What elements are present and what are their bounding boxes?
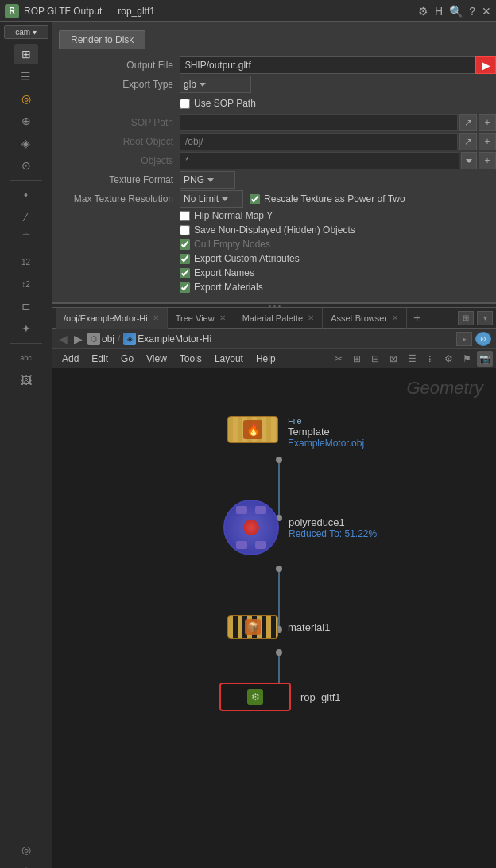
export-names-checkbox[interactable]: [180, 268, 190, 278]
sidebar-icon-info[interactable]: ⓘ: [14, 862, 38, 868]
export-custom-label[interactable]: Export Custom Attributes: [180, 253, 300, 264]
objects-extra-btn[interactable]: +: [479, 152, 496, 169]
menu-icon-camera[interactable]: 📷: [477, 351, 493, 367]
tab-asset-browser[interactable]: Asset Browser ✕: [323, 308, 407, 329]
export-custom-checkbox[interactable]: [180, 254, 190, 264]
tab-bar: /obj/ExampleMotor-Hi ✕ Tree View ✕ Mater…: [52, 308, 496, 329]
question-icon[interactable]: ?: [469, 5, 475, 18]
root-object-input[interactable]: [180, 133, 458, 150]
export-materials-checkbox[interactable]: [180, 282, 190, 293]
export-materials-label[interactable]: Export Materials: [180, 282, 263, 293]
bookmark-icon[interactable]: H: [435, 5, 443, 18]
settings-icon[interactable]: ⚙: [418, 5, 428, 18]
menu-add[interactable]: Add: [56, 349, 85, 368]
sidebar-icon-compass[interactable]: ◎: [14, 839, 38, 860]
polyreduce-node[interactable]: polyreduce1 Reduced To: 51.22%: [223, 500, 377, 555]
tab-tree-view-close[interactable]: ✕: [219, 313, 226, 322]
sidebar-icon-8[interactable]: ∕: [14, 207, 38, 228]
save-non-displayed-label[interactable]: Save Non-Displayed (Hidden) Objects: [180, 224, 355, 235]
file-template-node[interactable]: 🔥 File Template ExampleMotor.obj: [227, 416, 364, 449]
texture-format-dropdown[interactable]: PNG: [180, 171, 235, 189]
use-sop-path-control: Use SOP Path: [180, 98, 496, 109]
sidebar-icon-11[interactable]: ↕2: [14, 274, 38, 294]
tab-add-button[interactable]: +: [407, 311, 427, 325]
flip-normal-row: Flip Normal Map Y: [52, 208, 496, 223]
scene-label[interactable]: ExampleMotor-Hi: [138, 333, 211, 344]
menu-help[interactable]: Help: [250, 349, 282, 368]
menu-layout[interactable]: Layout: [208, 349, 250, 368]
menu-go[interactable]: Go: [114, 349, 140, 368]
tab-material-palette[interactable]: Material Palette ✕: [234, 308, 323, 329]
tab-layout-btn[interactable]: ⊞: [458, 311, 474, 325]
save-non-displayed-checkbox[interactable]: [180, 225, 190, 235]
sop-path-pick-btn[interactable]: ↗: [459, 114, 477, 131]
render-to-disk-button[interactable]: Render to Disk: [59, 30, 145, 49]
node-graph[interactable]: Geometry 🔥: [52, 368, 496, 868]
sidebar-icon-1[interactable]: ⊞: [14, 44, 38, 64]
menu-icon-cut[interactable]: ✂: [331, 351, 347, 367]
menu-icon-tree[interactable]: ⫶: [422, 351, 438, 367]
svg-point-3: [276, 457, 282, 463]
geometry-label: Geometry: [406, 378, 483, 399]
sidebar-icon-abc[interactable]: abc: [14, 348, 38, 368]
root-object-pick-btn[interactable]: ↗: [459, 133, 477, 150]
cam-dropdown[interactable]: cam ▾: [4, 25, 48, 39]
sidebar-icon-6[interactable]: ⊙: [14, 155, 38, 176]
output-file-input[interactable]: [180, 56, 475, 74]
texture-format-value: PNG: [184, 174, 204, 185]
max-texture-value: No Limit: [184, 193, 219, 204]
root-object-extra-btn[interactable]: +: [479, 133, 496, 150]
nav-back-btn[interactable]: ◀: [57, 333, 69, 345]
sidebar-icon-13[interactable]: ✦: [14, 318, 38, 339]
output-file-pick-button[interactable]: ▶: [475, 56, 496, 74]
max-texture-dropdown[interactable]: No Limit: [180, 190, 243, 208]
sop-path-input[interactable]: [180, 114, 458, 131]
sidebar-icon-12[interactable]: ⊏: [14, 296, 38, 317]
use-sop-path-checkbox[interactable]: [180, 99, 190, 109]
use-sop-path-checkbox-label[interactable]: Use SOP Path: [180, 98, 256, 109]
sidebar-icon-3[interactable]: ◎: [14, 88, 38, 109]
menu-icon-list[interactable]: ☰: [404, 351, 420, 367]
menu-icon-settings[interactable]: ⚙: [440, 351, 456, 367]
sidebar-icon-2[interactable]: ☰: [14, 66, 38, 87]
menu-icon-table[interactable]: ⊠: [386, 351, 401, 367]
nav-forward-btn[interactable]: ▶: [72, 333, 84, 345]
tab-menu-btn[interactable]: ▾: [477, 311, 493, 325]
menu-icon-grid[interactable]: ⊟: [367, 351, 383, 367]
tab-asset-browser-close[interactable]: ✕: [392, 313, 398, 322]
cull-empty-checkbox[interactable]: [180, 239, 190, 250]
flip-normal-checkbox[interactable]: [180, 211, 190, 221]
export-names-label[interactable]: Export Names: [180, 267, 254, 278]
sidebar-icon-img[interactable]: 🖼: [14, 370, 38, 391]
objects-input[interactable]: [180, 152, 459, 169]
sidebar-icon-7[interactable]: •: [14, 185, 38, 205]
polyreduce-detail-2: [255, 506, 266, 514]
rop-gltf-node[interactable]: ⚙ rop_gltf1: [219, 683, 341, 711]
menu-tools[interactable]: Tools: [173, 349, 208, 368]
tab-example-motor[interactable]: /obj/ExampleMotor-Hi ✕: [56, 308, 168, 329]
breadcrumb-btn-1[interactable]: ▸: [456, 332, 472, 346]
menu-icon-copy[interactable]: ⊞: [349, 351, 365, 367]
rescale-texture-label[interactable]: Rescale Texture as Power of Two: [250, 193, 405, 204]
menu-view[interactable]: View: [140, 349, 173, 368]
sop-path-extra-btn[interactable]: +: [479, 114, 496, 131]
sidebar-icon-9[interactable]: ⌒: [14, 229, 38, 250]
sidebar-icon-5[interactable]: ◈: [14, 133, 38, 154]
obj-label[interactable]: obj: [102, 333, 114, 344]
tab-tree-view[interactable]: Tree View ✕: [168, 308, 234, 329]
menu-edit[interactable]: Edit: [85, 349, 114, 368]
export-type-dropdown[interactable]: glb: [180, 76, 251, 93]
material-node[interactable]: 📦 material1: [227, 615, 330, 639]
flip-normal-label[interactable]: Flip Normal Map Y: [180, 210, 273, 221]
menu-icon-flag[interactable]: ⚑: [459, 351, 475, 367]
sidebar-icon-4[interactable]: ⊕: [14, 111, 38, 131]
sidebar-icon-10[interactable]: 12: [14, 251, 38, 272]
breadcrumb-btn-2[interactable]: ⊙: [475, 332, 491, 346]
rescale-texture-checkbox[interactable]: [250, 194, 260, 204]
cull-empty-label[interactable]: Cull Empty Nodes: [180, 239, 270, 250]
tab-example-motor-close[interactable]: ✕: [153, 313, 159, 322]
objects-dropdown-btn[interactable]: [461, 152, 477, 169]
close-icon[interactable]: ✕: [482, 5, 491, 18]
tab-material-palette-close[interactable]: ✕: [308, 313, 314, 322]
search-icon[interactable]: 🔍: [449, 5, 463, 18]
